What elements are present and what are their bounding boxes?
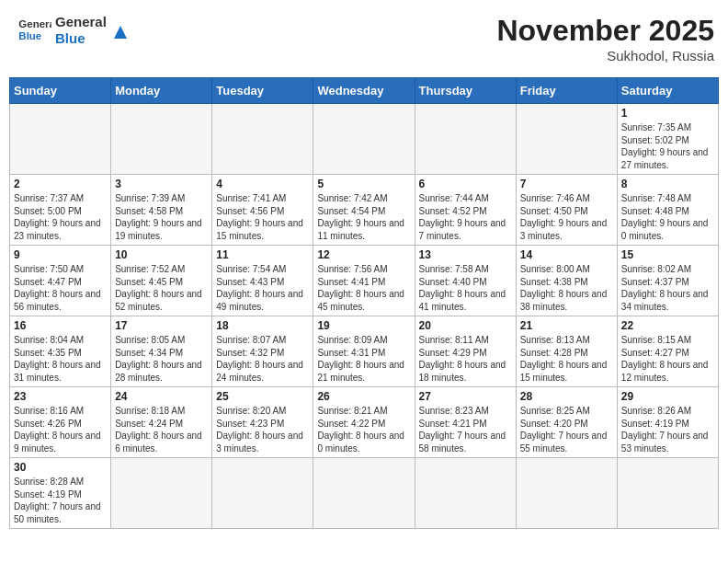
calendar-day-cell: [516, 458, 617, 529]
day-number: 18: [216, 319, 309, 332]
day-info: Sunrise: 7:52 AM Sunset: 4:45 PM Dayligh…: [115, 263, 208, 313]
day-info: Sunrise: 7:39 AM Sunset: 4:58 PM Dayligh…: [115, 192, 208, 242]
day-info: Sunrise: 8:15 AM Sunset: 4:27 PM Dayligh…: [621, 334, 714, 384]
calendar-week-row: 9Sunrise: 7:50 AM Sunset: 4:47 PM Daylig…: [10, 246, 719, 316]
calendar-day-cell: [415, 104, 516, 175]
day-info: Sunrise: 8:07 AM Sunset: 4:32 PM Dayligh…: [216, 334, 309, 384]
calendar-day-cell: 4Sunrise: 7:41 AM Sunset: 4:56 PM Daylig…: [212, 175, 313, 246]
calendar-day-cell: 8Sunrise: 7:48 AM Sunset: 4:48 PM Daylig…: [617, 175, 718, 246]
calendar-day-cell: [617, 458, 718, 529]
calendar-day-cell: 1Sunrise: 7:35 AM Sunset: 5:02 PM Daylig…: [617, 104, 718, 175]
day-number: 6: [419, 178, 512, 190]
day-number: 9: [14, 248, 107, 261]
calendar-day-cell: 12Sunrise: 7:56 AM Sunset: 4:41 PM Dayli…: [313, 246, 415, 316]
calendar-week-row: 30Sunrise: 8:28 AM Sunset: 4:19 PM Dayli…: [10, 458, 719, 529]
calendar-day-cell: 15Sunrise: 8:02 AM Sunset: 4:37 PM Dayli…: [617, 246, 718, 316]
day-number: 7: [520, 178, 613, 190]
calendar-week-row: 23Sunrise: 8:16 AM Sunset: 4:26 PM Dayli…: [10, 387, 719, 458]
weekday-header-row: SundayMondayTuesdayWednesdayThursdayFrid…: [10, 78, 719, 104]
calendar-day-cell: 20Sunrise: 8:11 AM Sunset: 4:29 PM Dayli…: [415, 316, 516, 387]
day-number: 8: [621, 178, 714, 190]
day-number: 16: [14, 319, 107, 332]
calendar-day-cell: 23Sunrise: 8:16 AM Sunset: 4:26 PM Dayli…: [10, 387, 111, 458]
svg-text:Blue: Blue: [18, 30, 41, 41]
calendar-day-cell: 10Sunrise: 7:52 AM Sunset: 4:45 PM Dayli…: [111, 246, 212, 316]
day-number: 22: [621, 319, 714, 332]
day-number: 29: [621, 390, 714, 403]
calendar-day-cell: 9Sunrise: 7:50 AM Sunset: 4:47 PM Daylig…: [10, 246, 111, 316]
day-number: 11: [216, 248, 309, 261]
day-info: Sunrise: 7:37 AM Sunset: 5:00 PM Dayligh…: [14, 192, 107, 242]
svg-marker-3: [114, 26, 127, 39]
day-info: Sunrise: 8:02 AM Sunset: 4:37 PM Dayligh…: [621, 263, 714, 313]
day-info: Sunrise: 8:20 AM Sunset: 4:23 PM Dayligh…: [216, 405, 309, 454]
calendar-day-cell: 24Sunrise: 8:18 AM Sunset: 4:24 PM Dayli…: [111, 387, 212, 458]
day-number: 4: [216, 178, 309, 190]
day-number: 1: [621, 107, 714, 120]
weekday-header-tuesday: Tuesday: [212, 78, 313, 104]
day-info: Sunrise: 7:35 AM Sunset: 5:02 PM Dayligh…: [621, 121, 714, 171]
day-info: Sunrise: 7:58 AM Sunset: 4:40 PM Dayligh…: [419, 263, 512, 313]
general-blue-logo-icon: General Blue: [18, 17, 51, 44]
logo-triangle-icon: [110, 20, 131, 40]
calendar-day-cell: 17Sunrise: 8:05 AM Sunset: 4:34 PM Dayli…: [111, 316, 212, 387]
day-number: 13: [419, 248, 512, 261]
calendar-day-cell: 13Sunrise: 7:58 AM Sunset: 4:40 PM Dayli…: [415, 246, 516, 316]
day-number: 26: [317, 390, 410, 403]
day-number: 14: [520, 248, 613, 261]
calendar-day-cell: 18Sunrise: 8:07 AM Sunset: 4:32 PM Dayli…: [212, 316, 313, 387]
header: General Blue General Blue November 2025 …: [9, 9, 719, 68]
calendar-day-cell: 29Sunrise: 8:26 AM Sunset: 4:19 PM Dayli…: [617, 387, 718, 458]
calendar-day-cell: [313, 104, 415, 175]
day-info: Sunrise: 7:48 AM Sunset: 4:48 PM Dayligh…: [621, 192, 714, 242]
calendar-day-cell: [111, 458, 212, 529]
calendar-day-cell: 16Sunrise: 8:04 AM Sunset: 4:35 PM Dayli…: [10, 316, 111, 387]
day-info: Sunrise: 7:44 AM Sunset: 4:52 PM Dayligh…: [419, 192, 512, 242]
day-number: 23: [14, 390, 107, 403]
day-info: Sunrise: 8:21 AM Sunset: 4:22 PM Dayligh…: [317, 405, 410, 454]
logo: General Blue General Blue: [18, 14, 131, 47]
day-number: 17: [115, 319, 208, 332]
day-info: Sunrise: 8:04 AM Sunset: 4:35 PM Dayligh…: [14, 334, 107, 384]
calendar-day-cell: 19Sunrise: 8:09 AM Sunset: 4:31 PM Dayli…: [313, 316, 415, 387]
calendar-day-cell: [10, 104, 111, 175]
calendar-day-cell: 28Sunrise: 8:25 AM Sunset: 4:20 PM Dayli…: [516, 387, 617, 458]
day-number: 20: [419, 319, 512, 332]
calendar-day-cell: [415, 458, 516, 529]
calendar-week-row: 1Sunrise: 7:35 AM Sunset: 5:02 PM Daylig…: [10, 104, 719, 175]
calendar-day-cell: 2Sunrise: 7:37 AM Sunset: 5:00 PM Daylig…: [10, 175, 111, 246]
day-info: Sunrise: 7:46 AM Sunset: 4:50 PM Dayligh…: [520, 192, 613, 242]
location-subtitle: Sukhodol, Russia: [496, 48, 714, 63]
calendar-day-cell: [313, 458, 415, 529]
calendar-day-cell: [516, 104, 617, 175]
weekday-header-friday: Friday: [516, 78, 617, 104]
weekday-header-sunday: Sunday: [10, 78, 111, 104]
logo-general: General: [55, 14, 107, 30]
day-info: Sunrise: 8:09 AM Sunset: 4:31 PM Dayligh…: [317, 334, 410, 384]
calendar-day-cell: [212, 104, 313, 175]
day-info: Sunrise: 7:42 AM Sunset: 4:54 PM Dayligh…: [317, 192, 410, 242]
day-number: 15: [621, 248, 714, 261]
calendar-day-cell: 25Sunrise: 8:20 AM Sunset: 4:23 PM Dayli…: [212, 387, 313, 458]
day-number: 19: [317, 319, 410, 332]
calendar-day-cell: 26Sunrise: 8:21 AM Sunset: 4:22 PM Dayli…: [313, 387, 415, 458]
day-info: Sunrise: 7:56 AM Sunset: 4:41 PM Dayligh…: [317, 263, 410, 313]
logo-blue: Blue: [55, 30, 107, 47]
day-number: 2: [14, 178, 107, 190]
calendar-day-cell: 27Sunrise: 8:23 AM Sunset: 4:21 PM Dayli…: [415, 387, 516, 458]
weekday-header-thursday: Thursday: [415, 78, 516, 104]
calendar-day-cell: 11Sunrise: 7:54 AM Sunset: 4:43 PM Dayli…: [212, 246, 313, 316]
weekday-header-monday: Monday: [111, 78, 212, 104]
day-number: 21: [520, 319, 613, 332]
day-info: Sunrise: 8:23 AM Sunset: 4:21 PM Dayligh…: [419, 405, 512, 454]
day-number: 30: [14, 461, 107, 474]
day-info: Sunrise: 8:18 AM Sunset: 4:24 PM Dayligh…: [115, 405, 208, 454]
calendar-table: SundayMondayTuesdayWednesdayThursdayFrid…: [9, 77, 719, 529]
calendar-day-cell: 21Sunrise: 8:13 AM Sunset: 4:28 PM Dayli…: [516, 316, 617, 387]
calendar-day-cell: 5Sunrise: 7:42 AM Sunset: 4:54 PM Daylig…: [313, 175, 415, 246]
title-block: November 2025 Sukhodol, Russia: [496, 14, 714, 63]
month-year-title: November 2025: [496, 14, 714, 48]
day-info: Sunrise: 8:11 AM Sunset: 4:29 PM Dayligh…: [419, 334, 512, 384]
day-info: Sunrise: 8:00 AM Sunset: 4:38 PM Dayligh…: [520, 263, 613, 313]
calendar-day-cell: 6Sunrise: 7:44 AM Sunset: 4:52 PM Daylig…: [415, 175, 516, 246]
